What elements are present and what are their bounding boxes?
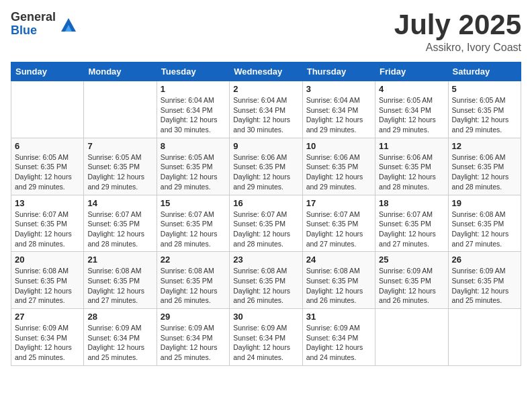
day-number: 14	[87, 198, 152, 208]
header-wednesday: Wednesday	[230, 62, 302, 81]
day-number: 24	[306, 255, 371, 265]
day-info: Sunrise: 6:05 AM Sunset: 6:35 PM Dayligh…	[452, 95, 517, 135]
day-info: Sunrise: 6:09 AM Sunset: 6:35 PM Dayligh…	[452, 266, 517, 306]
day-info: Sunrise: 6:06 AM Sunset: 6:35 PM Dayligh…	[233, 152, 298, 192]
day-number: 1	[161, 84, 226, 94]
day-info: Sunrise: 6:06 AM Sunset: 6:35 PM Dayligh…	[379, 152, 444, 192]
day-info: Sunrise: 6:09 AM Sunset: 6:34 PM Dayligh…	[15, 323, 80, 363]
calendar-cell: 13Sunrise: 6:07 AM Sunset: 6:35 PM Dayli…	[11, 195, 84, 252]
header-sunday: Sunday	[11, 62, 84, 81]
day-info: Sunrise: 6:04 AM Sunset: 6:34 PM Dayligh…	[306, 95, 371, 135]
day-info: Sunrise: 6:09 AM Sunset: 6:34 PM Dayligh…	[161, 323, 226, 363]
header-saturday: Saturday	[448, 62, 521, 81]
calendar-cell: 18Sunrise: 6:07 AM Sunset: 6:35 PM Dayli…	[375, 195, 448, 252]
day-info: Sunrise: 6:08 AM Sunset: 6:35 PM Dayligh…	[15, 266, 80, 306]
logo-blue: Blue	[11, 24, 56, 38]
header-monday: Monday	[84, 62, 157, 81]
day-info: Sunrise: 6:07 AM Sunset: 6:35 PM Dayligh…	[306, 210, 371, 249]
month-title: July 2025	[394, 11, 521, 39]
day-number: 27	[15, 312, 80, 322]
day-number: 28	[87, 312, 152, 322]
day-info: Sunrise: 6:05 AM Sunset: 6:34 PM Dayligh…	[379, 95, 444, 135]
calendar-week-5: 27Sunrise: 6:09 AM Sunset: 6:34 PM Dayli…	[11, 309, 521, 366]
calendar-cell	[448, 309, 521, 366]
calendar-cell: 20Sunrise: 6:08 AM Sunset: 6:35 PM Dayli…	[11, 252, 84, 309]
day-number: 15	[161, 198, 226, 208]
day-number: 5	[452, 84, 517, 94]
calendar-cell: 24Sunrise: 6:08 AM Sunset: 6:35 PM Dayli…	[302, 252, 375, 309]
calendar-cell: 10Sunrise: 6:06 AM Sunset: 6:35 PM Dayli…	[302, 138, 375, 195]
day-info: Sunrise: 6:07 AM Sunset: 6:35 PM Dayligh…	[161, 210, 226, 249]
day-info: Sunrise: 6:07 AM Sunset: 6:35 PM Dayligh…	[15, 210, 80, 249]
day-number: 23	[233, 255, 298, 265]
day-number: 7	[87, 141, 152, 151]
day-info: Sunrise: 6:08 AM Sunset: 6:35 PM Dayligh…	[306, 266, 371, 306]
day-info: Sunrise: 6:05 AM Sunset: 6:35 PM Dayligh…	[87, 152, 152, 192]
day-info: Sunrise: 6:09 AM Sunset: 6:34 PM Dayligh…	[306, 323, 371, 363]
day-info: Sunrise: 6:09 AM Sunset: 6:35 PM Dayligh…	[379, 266, 444, 306]
day-number: 11	[379, 141, 444, 151]
day-number: 12	[452, 141, 517, 151]
calendar-cell: 15Sunrise: 6:07 AM Sunset: 6:35 PM Dayli…	[157, 195, 229, 252]
header-friday: Friday	[375, 62, 448, 81]
calendar-cell: 1Sunrise: 6:04 AM Sunset: 6:34 PM Daylig…	[157, 81, 229, 138]
day-number: 19	[452, 198, 517, 208]
calendar-cell: 16Sunrise: 6:07 AM Sunset: 6:35 PM Dayli…	[230, 195, 302, 252]
day-number: 25	[379, 255, 444, 265]
calendar-cell: 14Sunrise: 6:07 AM Sunset: 6:35 PM Dayli…	[84, 195, 157, 252]
calendar-cell: 8Sunrise: 6:05 AM Sunset: 6:35 PM Daylig…	[157, 138, 229, 195]
logo-icon	[58, 14, 79, 34]
day-number: 6	[15, 141, 80, 151]
calendar-cell: 26Sunrise: 6:09 AM Sunset: 6:35 PM Dayli…	[448, 252, 521, 309]
calendar-cell: 9Sunrise: 6:06 AM Sunset: 6:35 PM Daylig…	[230, 138, 302, 195]
calendar-week-4: 20Sunrise: 6:08 AM Sunset: 6:35 PM Dayli…	[11, 252, 521, 309]
calendar-week-1: 1Sunrise: 6:04 AM Sunset: 6:34 PM Daylig…	[11, 81, 521, 138]
calendar-cell: 21Sunrise: 6:08 AM Sunset: 6:35 PM Dayli…	[84, 252, 157, 309]
calendar-cell	[11, 81, 84, 138]
day-number: 17	[306, 198, 371, 208]
day-info: Sunrise: 6:07 AM Sunset: 6:35 PM Dayligh…	[379, 210, 444, 249]
day-number: 22	[161, 255, 226, 265]
page-header: General Blue July 2025 Assikro, Ivory Co…	[11, 11, 521, 54]
day-number: 26	[452, 255, 517, 265]
day-number: 10	[306, 141, 371, 151]
logo: General Blue	[11, 11, 79, 38]
calendar-cell: 3Sunrise: 6:04 AM Sunset: 6:34 PM Daylig…	[302, 81, 375, 138]
calendar-cell: 5Sunrise: 6:05 AM Sunset: 6:35 PM Daylig…	[448, 81, 521, 138]
day-number: 29	[161, 312, 226, 322]
calendar-cell: 12Sunrise: 6:06 AM Sunset: 6:35 PM Dayli…	[448, 138, 521, 195]
calendar-cell	[84, 81, 157, 138]
day-info: Sunrise: 6:08 AM Sunset: 6:35 PM Dayligh…	[161, 266, 226, 306]
day-number: 16	[233, 198, 298, 208]
logo-general: General	[11, 11, 56, 24]
day-info: Sunrise: 6:08 AM Sunset: 6:35 PM Dayligh…	[233, 266, 298, 306]
calendar-cell: 27Sunrise: 6:09 AM Sunset: 6:34 PM Dayli…	[11, 309, 84, 366]
day-info: Sunrise: 6:04 AM Sunset: 6:34 PM Dayligh…	[233, 95, 298, 135]
header-thursday: Thursday	[302, 62, 375, 81]
day-number: 13	[15, 198, 80, 208]
day-info: Sunrise: 6:07 AM Sunset: 6:35 PM Dayligh…	[87, 210, 152, 249]
calendar-cell: 30Sunrise: 6:09 AM Sunset: 6:34 PM Dayli…	[230, 309, 302, 366]
location-subtitle: Assikro, Ivory Coast	[394, 42, 521, 54]
day-number: 2	[233, 84, 298, 94]
day-info: Sunrise: 6:06 AM Sunset: 6:35 PM Dayligh…	[306, 152, 371, 192]
day-info: Sunrise: 6:05 AM Sunset: 6:35 PM Dayligh…	[161, 152, 226, 192]
calendar-cell: 6Sunrise: 6:05 AM Sunset: 6:35 PM Daylig…	[11, 138, 84, 195]
calendar-cell: 28Sunrise: 6:09 AM Sunset: 6:34 PM Dayli…	[84, 309, 157, 366]
day-info: Sunrise: 6:08 AM Sunset: 6:35 PM Dayligh…	[87, 266, 152, 306]
calendar-header-row: SundayMondayTuesdayWednesdayThursdayFrid…	[11, 62, 521, 81]
day-number: 18	[379, 198, 444, 208]
day-number: 9	[233, 141, 298, 151]
calendar-cell: 31Sunrise: 6:09 AM Sunset: 6:34 PM Dayli…	[302, 309, 375, 366]
day-info: Sunrise: 6:08 AM Sunset: 6:35 PM Dayligh…	[452, 210, 517, 249]
calendar-cell: 4Sunrise: 6:05 AM Sunset: 6:34 PM Daylig…	[375, 81, 448, 138]
header-tuesday: Tuesday	[157, 62, 229, 81]
calendar-week-3: 13Sunrise: 6:07 AM Sunset: 6:35 PM Dayli…	[11, 195, 521, 252]
day-info: Sunrise: 6:05 AM Sunset: 6:35 PM Dayligh…	[15, 152, 80, 192]
day-number: 4	[379, 84, 444, 94]
day-info: Sunrise: 6:09 AM Sunset: 6:34 PM Dayligh…	[233, 323, 298, 363]
day-number: 21	[87, 255, 152, 265]
day-info: Sunrise: 6:07 AM Sunset: 6:35 PM Dayligh…	[233, 210, 298, 249]
calendar-cell: 19Sunrise: 6:08 AM Sunset: 6:35 PM Dayli…	[448, 195, 521, 252]
calendar-cell: 23Sunrise: 6:08 AM Sunset: 6:35 PM Dayli…	[230, 252, 302, 309]
